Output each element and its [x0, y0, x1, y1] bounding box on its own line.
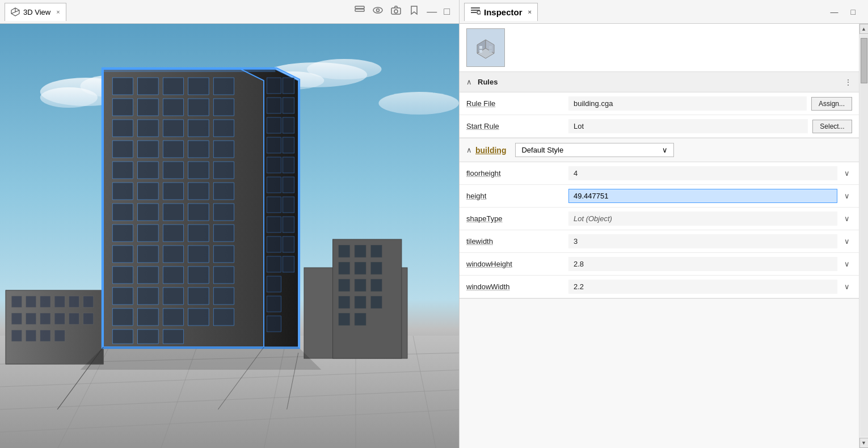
svg-rect-51 — [138, 99, 158, 116]
prop-chevron-shapeType[interactable]: ∨ — [842, 214, 852, 223]
maximize-icon[interactable]: □ — [444, 6, 450, 18]
rules-settings[interactable]: ⋮ — [844, 78, 852, 87]
svg-rect-45 — [112, 78, 133, 95]
svg-point-5 — [377, 9, 380, 12]
svg-rect-85 — [112, 246, 133, 263]
object-thumbnail[interactable] — [466, 28, 505, 67]
svg-rect-49 — [213, 78, 234, 95]
svg-rect-68 — [188, 162, 209, 179]
prop-value-height[interactable]: 49.447751 — [568, 189, 837, 203]
prop-chevron-tilewidth[interactable]: ∨ — [842, 237, 852, 246]
building-thumbnail-svg — [471, 33, 500, 62]
inspector-minimize[interactable]: — — [827, 6, 842, 18]
svg-rect-144 — [370, 279, 382, 291]
svg-rect-142 — [339, 279, 350, 291]
eye-icon[interactable] — [372, 5, 384, 19]
svg-rect-89 — [213, 246, 234, 263]
scroll-up-arrow[interactable]: ▲ — [859, 24, 869, 34]
svg-rect-82 — [163, 225, 183, 242]
svg-rect-72 — [163, 183, 183, 200]
left-toolbar: — □ — [354, 5, 454, 19]
building-label[interactable]: building — [475, 146, 506, 155]
property-row-windowHeight: windowHeight2.8∨ — [460, 253, 859, 276]
svg-rect-100 — [112, 308, 133, 326]
svg-rect-40 — [11, 330, 22, 341]
svg-rect-62 — [163, 141, 183, 158]
svg-rect-129 — [267, 276, 281, 292]
svg-rect-123 — [267, 217, 281, 233]
prop-value-windowWidth[interactable]: 2.2 — [568, 280, 837, 294]
prop-label-windowHeight: windowHeight — [466, 260, 568, 268]
prop-label-windowWidth: windowWidth — [466, 282, 568, 291]
rules-chevron-up[interactable]: ∧ — [466, 78, 472, 86]
prop-value-floorheight[interactable]: 4 — [568, 166, 837, 180]
svg-rect-91 — [138, 267, 158, 284]
svg-rect-128 — [283, 256, 294, 272]
svg-rect-105 — [112, 329, 133, 344]
prop-value-tilewidth[interactable]: 3 — [568, 234, 837, 248]
camera-icon[interactable] — [390, 5, 402, 19]
style-label: Default Style — [521, 146, 563, 154]
3d-view-tab[interactable]: 3D View × — [5, 3, 66, 21]
svg-rect-113 — [267, 117, 281, 133]
svg-rect-37 — [54, 313, 65, 324]
svg-rect-35 — [26, 313, 36, 324]
prop-value-area-floorheight: 4∨ — [568, 166, 852, 180]
building-chevron-up[interactable]: ∧ — [466, 146, 472, 154]
rule-file-assign-btn[interactable]: Assign... — [811, 97, 852, 111]
svg-rect-141 — [370, 262, 382, 274]
svg-rect-46 — [138, 78, 158, 95]
svg-rect-66 — [138, 162, 158, 179]
svg-point-4 — [373, 7, 382, 13]
start-rule-select-btn[interactable]: Select... — [812, 120, 852, 133]
inspector-tab[interactable]: Inspector × — [464, 3, 538, 21]
svg-rect-156 — [471, 12, 477, 13]
svg-rect-88 — [188, 246, 209, 263]
inspector-icon — [470, 6, 481, 18]
svg-rect-112 — [283, 98, 294, 113]
svg-line-158 — [480, 14, 481, 15]
style-dropdown[interactable]: Default Style ∨ — [515, 143, 674, 157]
building-scene-svg — [0, 24, 459, 448]
svg-rect-29 — [26, 296, 36, 307]
svg-rect-87 — [163, 246, 183, 263]
svg-rect-43 — [54, 330, 65, 341]
prop-value-windowHeight[interactable]: 2.8 — [568, 257, 837, 271]
svg-point-15 — [378, 92, 459, 115]
rule-file-value-area: building.cga Assign... — [568, 96, 852, 111]
svg-rect-2 — [355, 6, 364, 9]
svg-rect-138 — [370, 245, 382, 257]
svg-rect-58 — [188, 120, 209, 137]
svg-rect-131 — [267, 316, 281, 332]
svg-rect-126 — [283, 236, 294, 252]
prop-chevron-windowHeight[interactable]: ∨ — [842, 260, 852, 268]
svg-marker-133 — [103, 69, 275, 72]
minimize-icon[interactable]: — — [427, 6, 437, 18]
inspector-close[interactable]: × — [528, 9, 532, 15]
svg-rect-124 — [283, 217, 294, 233]
layers-icon[interactable] — [354, 5, 365, 19]
3d-view-close[interactable]: × — [56, 9, 60, 15]
svg-rect-67 — [163, 162, 183, 179]
svg-rect-149 — [355, 313, 366, 326]
inspector-maximize[interactable]: □ — [848, 6, 859, 18]
style-chevron-icon: ∨ — [662, 146, 668, 154]
prop-chevron-windowWidth[interactable]: ∨ — [842, 282, 852, 291]
svg-rect-164 — [489, 46, 492, 49]
inspector-scrollbar[interactable]: ▲ ▼ — [859, 24, 868, 448]
scroll-track[interactable] — [860, 35, 868, 437]
svg-rect-32 — [69, 296, 79, 307]
scroll-thumb[interactable] — [861, 38, 867, 83]
prop-chevron-height[interactable]: ∨ — [842, 192, 852, 200]
svg-rect-95 — [112, 288, 133, 305]
bookmark-icon[interactable] — [408, 5, 420, 19]
prop-value-shapeType[interactable]: Lot (Object) — [568, 212, 837, 226]
inspector-main: ∧ Rules ⋮ Rule File building.cga Assign.… — [460, 24, 859, 448]
svg-rect-143 — [355, 279, 366, 291]
cube-icon — [11, 7, 20, 16]
svg-rect-77 — [163, 204, 183, 221]
prop-chevron-floorheight[interactable]: ∨ — [842, 169, 852, 177]
svg-rect-92 — [163, 267, 183, 284]
scroll-down-arrow[interactable]: ▼ — [859, 438, 869, 448]
viewport-3d[interactable] — [0, 24, 459, 448]
